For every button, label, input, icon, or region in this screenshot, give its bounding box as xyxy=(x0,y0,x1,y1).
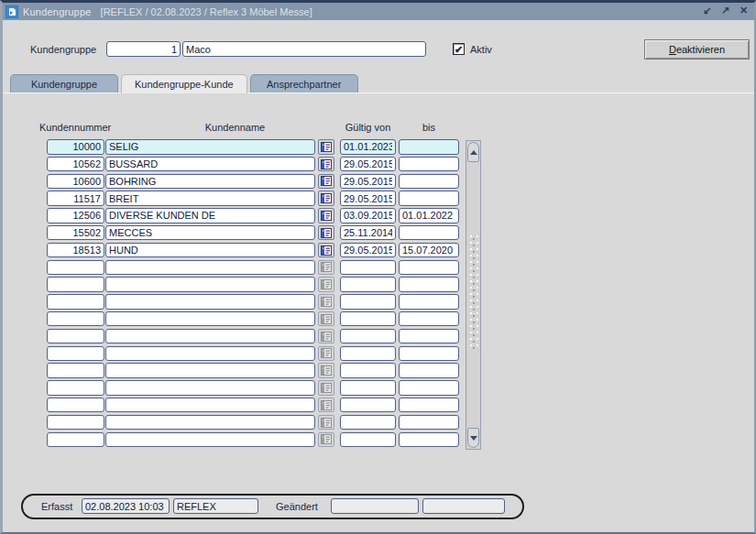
gueltig-von-field[interactable] xyxy=(340,277,396,292)
kundenname-field[interactable] xyxy=(105,225,315,241)
lov-button[interactable] xyxy=(318,432,334,448)
gueltig-von-field[interactable] xyxy=(340,432,396,448)
tab-ansprechpartner[interactable]: Ansprechpartner xyxy=(250,74,358,93)
bis-field[interactable] xyxy=(399,398,459,413)
scroll-down-button[interactable] xyxy=(467,428,479,448)
scroll-up-button[interactable] xyxy=(467,142,479,162)
kundennummer-field[interactable] xyxy=(47,363,104,378)
kundennummer-field[interactable] xyxy=(47,157,104,172)
gueltig-von-field[interactable] xyxy=(340,225,396,241)
kundenname-field[interactable] xyxy=(105,363,315,378)
kundenname-field[interactable] xyxy=(105,432,315,448)
kundennummer-field[interactable] xyxy=(47,191,104,206)
kundennummer-field[interactable] xyxy=(47,294,104,310)
gueltig-von-field[interactable] xyxy=(340,157,396,172)
created-datetime-field[interactable] xyxy=(82,498,170,514)
kundennummer-field[interactable] xyxy=(47,208,104,223)
lov-button[interactable] xyxy=(318,208,334,223)
created-user-field[interactable] xyxy=(173,498,258,514)
aktiv-checkbox[interactable]: ✔ xyxy=(453,43,465,55)
bis-field[interactable] xyxy=(399,432,459,448)
bis-field[interactable] xyxy=(399,174,459,190)
group-number-field[interactable] xyxy=(106,41,181,57)
kundenname-field[interactable] xyxy=(105,329,315,344)
lov-button[interactable] xyxy=(318,225,334,241)
tab-kundengruppe-kunde[interactable]: Kundengruppe-Kunde xyxy=(121,74,247,93)
kundennummer-field[interactable] xyxy=(47,277,104,292)
kundennummer-field[interactable] xyxy=(47,260,104,276)
lov-button[interactable] xyxy=(318,243,334,258)
lov-button[interactable] xyxy=(318,191,334,206)
lov-button[interactable] xyxy=(318,157,334,172)
modified-datetime-field[interactable] xyxy=(331,498,419,514)
bis-field[interactable] xyxy=(399,329,459,344)
lov-button[interactable] xyxy=(318,329,334,344)
kundenname-field[interactable] xyxy=(105,260,315,276)
lov-button[interactable] xyxy=(318,260,334,276)
gueltig-von-field[interactable] xyxy=(340,260,396,276)
lov-button[interactable] xyxy=(318,294,334,310)
kundennummer-field[interactable] xyxy=(47,174,104,190)
bis-field[interactable] xyxy=(399,415,459,430)
bis-field[interactable] xyxy=(399,208,459,223)
gueltig-von-field[interactable] xyxy=(340,329,396,344)
gueltig-von-field[interactable] xyxy=(340,398,396,413)
gueltig-von-field[interactable] xyxy=(340,346,396,362)
tab-kundengruppe[interactable]: Kundengruppe xyxy=(10,74,118,93)
kundenname-field[interactable] xyxy=(105,277,315,292)
bis-field[interactable] xyxy=(399,346,459,362)
maximize-button[interactable]: ↗ xyxy=(718,4,732,17)
gueltig-von-field[interactable] xyxy=(340,311,396,327)
gueltig-von-field[interactable] xyxy=(340,243,396,258)
kundenname-field[interactable] xyxy=(105,139,315,155)
bis-field[interactable] xyxy=(399,191,459,206)
gueltig-von-field[interactable] xyxy=(340,191,396,206)
minimize-button[interactable]: ↙ xyxy=(700,4,714,17)
kundenname-field[interactable] xyxy=(105,243,315,258)
group-name-field[interactable] xyxy=(182,41,426,57)
gueltig-von-field[interactable] xyxy=(340,363,396,378)
kundennummer-field[interactable] xyxy=(47,311,104,327)
modified-user-field[interactable] xyxy=(422,498,505,514)
bis-field[interactable] xyxy=(399,260,459,276)
close-button[interactable]: ✕ xyxy=(737,4,751,17)
kundenname-field[interactable] xyxy=(105,294,315,310)
gueltig-von-field[interactable] xyxy=(340,139,396,155)
kundenname-field[interactable] xyxy=(105,311,315,327)
deactivate-button[interactable]: Deaktivieren xyxy=(644,39,750,60)
gueltig-von-field[interactable] xyxy=(340,174,396,190)
bis-field[interactable] xyxy=(399,243,459,258)
kundennummer-field[interactable] xyxy=(47,139,104,155)
lov-button[interactable] xyxy=(318,380,334,396)
gueltig-von-field[interactable] xyxy=(340,380,396,396)
kundenname-field[interactable] xyxy=(105,174,315,190)
kundenname-field[interactable] xyxy=(105,208,315,223)
kundennummer-field[interactable] xyxy=(47,243,104,258)
lov-button[interactable] xyxy=(318,346,334,362)
bis-field[interactable] xyxy=(399,311,459,327)
bis-field[interactable] xyxy=(399,225,459,241)
kundenname-field[interactable] xyxy=(105,191,315,206)
kundenname-field[interactable] xyxy=(105,157,315,172)
lov-button[interactable] xyxy=(318,174,334,190)
kundenname-field[interactable] xyxy=(105,398,315,413)
kundenname-field[interactable] xyxy=(105,415,315,430)
kundenname-field[interactable] xyxy=(105,346,315,362)
bis-field[interactable] xyxy=(399,157,459,172)
kundenname-field[interactable] xyxy=(105,380,315,396)
scrollbar-thumb[interactable] xyxy=(469,234,478,350)
bis-field[interactable] xyxy=(399,139,459,155)
lov-button[interactable] xyxy=(318,311,334,327)
vertical-scrollbar[interactable] xyxy=(466,140,481,450)
lov-button[interactable] xyxy=(318,415,334,430)
gueltig-von-field[interactable] xyxy=(340,208,396,223)
kundennummer-field[interactable] xyxy=(47,346,104,362)
lov-button[interactable] xyxy=(318,363,334,378)
gueltig-von-field[interactable] xyxy=(340,415,396,430)
kundennummer-field[interactable] xyxy=(47,380,104,396)
bis-field[interactable] xyxy=(399,363,459,378)
lov-button[interactable] xyxy=(318,398,334,413)
kundennummer-field[interactable] xyxy=(47,398,104,413)
kundennummer-field[interactable] xyxy=(47,432,104,448)
bis-field[interactable] xyxy=(399,380,459,396)
